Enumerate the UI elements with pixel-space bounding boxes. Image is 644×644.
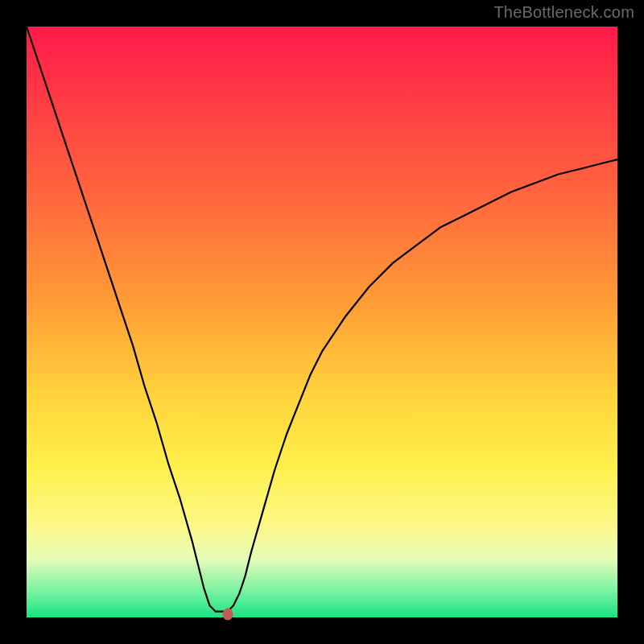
watermark-text: TheBottleneck.com [493, 3, 634, 22]
chart-frame: TheBottleneck.com [0, 0, 644, 644]
min-marker [222, 609, 233, 621]
curve-line [27, 27, 617, 612]
curve-svg [27, 27, 617, 617]
plot-area [27, 27, 617, 617]
